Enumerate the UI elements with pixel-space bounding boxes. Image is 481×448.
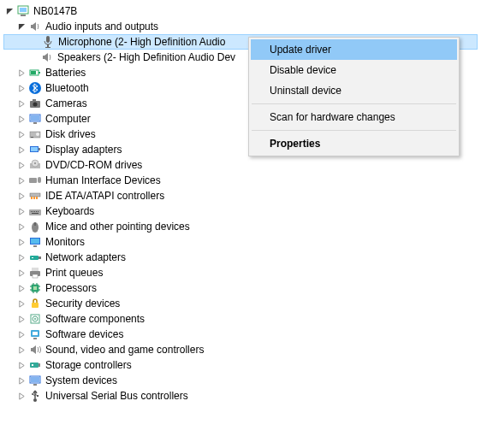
tree-node-dvd[interactable]: DVD/CD-ROM drives — [3, 157, 478, 173]
menu-update-driver[interactable]: Update driver — [251, 39, 457, 60]
tree-node-ide[interactable]: IDE ATA/ATAPI controllers — [3, 188, 478, 203]
svg-rect-75 — [37, 395, 39, 397]
expand-toggle[interactable] — [15, 67, 27, 79]
menu-disable-device[interactable]: Disable device — [251, 60, 457, 80]
tree-label: Security devices — [45, 296, 120, 311]
tree-node-swcomp[interactable]: Software components — [3, 311, 478, 327]
tree-node-monitors[interactable]: Monitors — [3, 234, 478, 250]
system-device-icon — [28, 374, 42, 387]
tree-label: Batteries — [45, 65, 86, 80]
tree-label: Human Interface Devices — [45, 173, 161, 188]
svg-rect-41 — [31, 239, 39, 244]
dvd-icon — [28, 158, 42, 172]
tree-label: Computer — [45, 111, 91, 127]
computer-root-icon — [16, 4, 30, 18]
svg-rect-32 — [31, 211, 32, 212]
menu-properties[interactable]: Properties — [251, 133, 457, 154]
network-icon — [28, 251, 42, 264]
expand-toggle[interactable] — [15, 236, 27, 248]
monitor-icon — [28, 235, 42, 249]
tree-node-network[interactable]: Network adapters — [3, 250, 478, 265]
tree-root-row[interactable]: NB0147B — [3, 3, 478, 19]
speaker-icon — [28, 20, 42, 33]
expand-toggle[interactable] — [15, 174, 27, 186]
computer-icon — [28, 112, 42, 126]
tree-node-swdev[interactable]: Software devices — [3, 327, 478, 342]
expand-toggle[interactable] — [15, 251, 27, 263]
svg-rect-28 — [31, 197, 33, 199]
menu-separator — [252, 103, 456, 104]
svg-rect-43 — [30, 256, 39, 260]
expand-toggle[interactable] — [15, 359, 27, 371]
svg-rect-27 — [30, 193, 40, 197]
tree-node-audio[interactable]: Audio inputs and outputs — [3, 19, 478, 34]
svg-rect-46 — [32, 268, 39, 271]
expand-toggle[interactable] — [15, 113, 27, 125]
svg-rect-42 — [33, 245, 37, 247]
expand-toggle[interactable] — [15, 97, 27, 109]
tree-node-print[interactable]: Print queues — [3, 265, 478, 280]
svg-rect-45 — [32, 257, 33, 258]
tree-node-storage[interactable]: Storage controllers — [3, 357, 478, 373]
svg-point-11 — [33, 103, 38, 107]
svg-rect-59 — [32, 303, 39, 308]
menu-scan-hardware[interactable]: Scan for hardware changes — [251, 107, 457, 127]
tree-label: DVD/CD-ROM drives — [45, 157, 142, 173]
printer-icon — [28, 266, 42, 280]
tree-node-mice[interactable]: Mice and other pointing devices — [3, 219, 478, 234]
svg-rect-2 — [21, 15, 26, 16]
svg-rect-33 — [33, 211, 33, 212]
tree-label: Processors — [45, 280, 97, 296]
tree-label: Mice and other pointing devices — [45, 219, 190, 234]
svg-rect-21 — [39, 148, 40, 150]
tree-label: IDE ATA/ATAPI controllers — [45, 188, 164, 203]
tree-node-sound[interactable]: Sound, video and game controllers — [3, 342, 478, 357]
expand-toggle[interactable] — [15, 205, 27, 217]
expand-toggle[interactable] — [15, 144, 27, 156]
svg-rect-66 — [30, 363, 39, 368]
tree-node-processors[interactable]: Processors — [3, 280, 478, 296]
svg-rect-5 — [45, 47, 50, 48]
tree-node-hid[interactable]: Human Interface Devices — [3, 173, 478, 188]
speaker-icon — [40, 50, 54, 64]
expand-toggle[interactable] — [15, 21, 27, 32]
svg-rect-34 — [34, 211, 35, 212]
expand-toggle[interactable] — [15, 282, 27, 294]
camera-icon — [28, 97, 42, 110]
display-adapter-icon — [28, 143, 42, 156]
tree-root-label: NB0147B — [33, 3, 77, 19]
svg-rect-25 — [29, 178, 37, 183]
tree-node-keyboards[interactable]: Keyboards — [3, 203, 478, 219]
expand-toggle[interactable] — [15, 374, 27, 386]
expand-toggle[interactable] — [15, 190, 27, 202]
menu-uninstall-device[interactable]: Uninstall device — [251, 80, 457, 101]
expand-toggle[interactable] — [15, 313, 27, 325]
expand-toggle[interactable] — [15, 159, 27, 171]
tree-label: Software components — [45, 311, 145, 327]
svg-rect-18 — [31, 137, 33, 138]
bluetooth-icon — [28, 81, 42, 95]
expand-toggle[interactable] — [15, 298, 27, 309]
tree-node-system[interactable]: System devices — [3, 373, 478, 388]
expand-toggle[interactable] — [15, 328, 27, 340]
expand-toggle[interactable] — [15, 267, 27, 279]
svg-rect-37 — [32, 213, 39, 214]
svg-rect-7 — [39, 72, 40, 74]
svg-rect-67 — [39, 363, 40, 367]
ide-icon — [28, 189, 42, 203]
tree-label: System devices — [45, 373, 117, 388]
expand-toggle[interactable] — [15, 221, 27, 233]
expand-toggle[interactable] — [3, 5, 15, 17]
usb-icon — [28, 389, 42, 403]
svg-rect-36 — [38, 211, 39, 212]
tree-label: Keyboards — [45, 203, 94, 219]
tree-node-security[interactable]: Security devices — [3, 296, 478, 311]
svg-rect-29 — [33, 197, 35, 199]
expand-toggle[interactable] — [15, 82, 27, 94]
svg-rect-44 — [39, 256, 41, 259]
expand-toggle[interactable] — [15, 390, 27, 402]
expand-toggle[interactable] — [15, 344, 27, 356]
tree-label: Display adapters — [45, 142, 122, 157]
tree-node-usb[interactable]: Universal Serial Bus controllers — [3, 388, 478, 404]
expand-toggle[interactable] — [15, 128, 27, 140]
